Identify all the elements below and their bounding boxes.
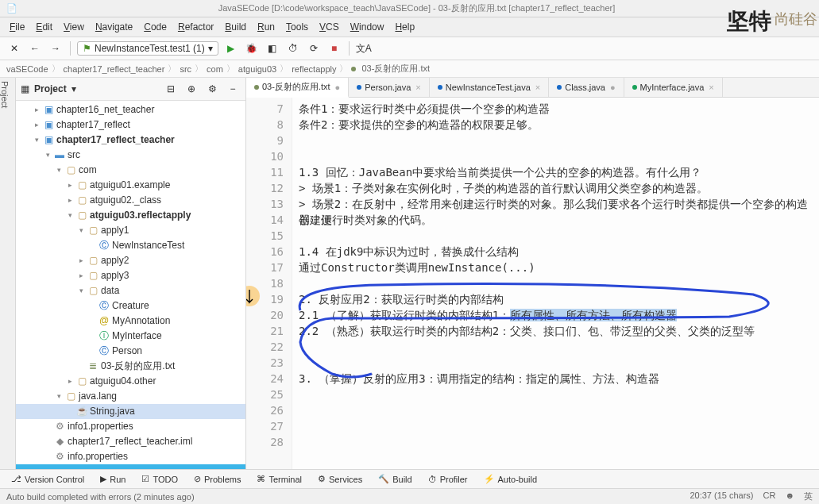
tool-tab-terminal[interactable]: ⌘Terminal — [250, 472, 308, 486]
tree-node[interactable]: @MyAnnotation — [16, 314, 245, 329]
tree-node[interactable]: ▸▢apply2 — [16, 253, 245, 268]
tool-tab-run[interactable]: ▶Run — [94, 472, 132, 486]
forward-icon[interactable]: → — [48, 40, 64, 56]
close-tab-icon[interactable]: × — [709, 83, 713, 92]
code-content[interactable]: 条件1：要求运行时类中必须提供一个空参的构造器条件2：要求提供的空参的构造器的权… — [292, 98, 819, 469]
code-line[interactable]: 条件2：要求提供的空参的构造器的权限要足够。 — [299, 117, 813, 133]
code-line[interactable] — [299, 434, 813, 450]
attach-icon[interactable]: ⟳ — [306, 40, 322, 56]
debug-icon[interactable]: 🐞 — [244, 40, 260, 56]
tree-node[interactable]: ▸▣chapter16_net_teacher — [16, 102, 245, 117]
tree-node[interactable]: ≣03-反射的应用.txt — [16, 359, 245, 374]
tree-node[interactable]: ▾▣chapter17_reflect_teacher — [16, 133, 245, 148]
settings-icon[interactable]: ⚙ — [204, 81, 220, 97]
tool-tab-services[interactable]: ⚙Services — [311, 472, 369, 486]
menu-tools[interactable]: Tools — [281, 20, 313, 34]
translate-icon[interactable]: 文A — [356, 40, 372, 56]
run-config-select[interactable]: ⚑ NewInstanceTest.test1 (1) ▾ — [77, 41, 218, 56]
tree-node[interactable]: ⒸNewInstanceTest — [16, 238, 245, 253]
tree-node[interactable]: ☕String.java — [16, 404, 245, 419]
hide-icon[interactable]: − — [225, 81, 241, 97]
tree-node[interactable]: ▸▢apply3 — [16, 268, 245, 283]
close-tab-icon[interactable]: ● — [335, 83, 341, 92]
back-icon[interactable]: ← — [27, 40, 43, 56]
code-line[interactable] — [299, 418, 813, 434]
code-line[interactable] — [299, 387, 813, 402]
code-line[interactable]: 2. 反射应用2：获取运行时类的内部结构 — [299, 291, 813, 307]
code-line[interactable]: 创建运行时类对象的代码。 — [299, 212, 813, 228]
menu-navigate[interactable]: Navigate — [91, 20, 137, 34]
code-line[interactable]: 通过Constructor类调用newInstance(...) — [299, 260, 813, 275]
tree-node[interactable]: ⚙info1.properties — [16, 419, 245, 434]
code-line[interactable]: 条件1：要求运行时类中必须提供一个空参的构造器 — [299, 101, 813, 117]
tree-node[interactable]: ▸▢atguigu04.other — [16, 374, 245, 389]
menu-file[interactable]: File — [5, 20, 29, 34]
code-line[interactable]: 1.4 在jdk9中标识为过时，替换成什么结构 — [299, 244, 813, 260]
code-line[interactable]: 1.3 回忆：JavaBean中要求给当前类提供一个公共的空参的构造器。有什么用… — [299, 164, 813, 180]
left-toolbar[interactable]: Project — [0, 78, 16, 469]
menu-edit[interactable]: Edit — [31, 20, 57, 34]
close-tab-icon[interactable]: × — [415, 83, 420, 92]
breadcrumb-segment[interactable]: reflectapply — [292, 64, 336, 74]
tree-node[interactable]: ▾▢atguigu03.reflectapply — [16, 208, 245, 223]
text-editor[interactable]: 7891011121314151617181920212223242526272… — [246, 98, 819, 469]
menu-build[interactable]: Build — [220, 20, 251, 34]
tool-tab-problems[interactable]: ⊘Problems — [187, 472, 247, 486]
code-line[interactable] — [299, 148, 813, 164]
tree-node[interactable]: ▸▢atguigu01.example — [16, 178, 245, 193]
editor-tab[interactable]: Class.java● — [549, 78, 624, 97]
tree-node[interactable]: ⒾMyInterface — [16, 329, 245, 344]
breadcrumb-segment[interactable]: src — [180, 64, 191, 74]
stop-icon[interactable]: ■ — [326, 40, 342, 56]
code-line[interactable]: 2.1 （了解）获取运行时类的内部结构1：所有属性、所有方法、所有构造器 — [299, 307, 813, 323]
code-line[interactable] — [299, 402, 813, 418]
editor-tab[interactable]: NewInstanceTest.java× — [430, 78, 549, 97]
breadcrumb-segment[interactable]: chapter17_reflect_teacher — [64, 64, 165, 74]
tree-node[interactable]: ▾▢java.lang — [16, 389, 245, 404]
profiler-icon[interactable]: ⏱ — [285, 40, 301, 56]
editor-tab[interactable]: 03-反射的应用.txt● — [246, 78, 349, 98]
tool-tab-build[interactable]: 🔨Build — [372, 472, 418, 486]
code-line[interactable]: 3. （掌握）反射的应用3：调用指定的结构：指定的属性、方法、构造器 — [299, 371, 813, 387]
code-line[interactable]: > 场景2：在反射中，经常用来创建运行时类的对象。那么我们要求各个运行时类都提供… — [299, 196, 813, 212]
breadcrumb-segment[interactable]: com — [207, 64, 223, 74]
tree-node[interactable]: ▾▢com — [16, 163, 245, 178]
tool-tab-auto-build[interactable]: ⚡Auto-build — [477, 472, 544, 486]
close-tab-icon[interactable]: × — [535, 83, 540, 92]
tree-node[interactable]: ⒸCreature — [16, 298, 245, 314]
tree-node[interactable]: ⒸPerson — [16, 344, 245, 359]
tree-node[interactable]: ▾▢data — [16, 283, 245, 298]
tree-node[interactable]: ▸▣chapter17_reflect — [16, 117, 245, 133]
menu-refactor[interactable]: Refactor — [173, 20, 218, 34]
menu-help[interactable]: Help — [390, 20, 419, 34]
code-line[interactable] — [299, 228, 813, 244]
breadcrumb-segment[interactable]: 03-反射的应用.txt — [361, 63, 430, 75]
project-tree[interactable]: ▸▣chapter16_net_teacher▸▣chapter17_refle… — [16, 101, 245, 469]
code-line[interactable] — [299, 339, 813, 355]
breadcrumb-segment[interactable]: vaSECode — [6, 64, 48, 74]
tool-tab-profiler[interactable]: ⏱Profiler — [422, 473, 474, 486]
breadcrumb-segment[interactable]: atguigu03 — [238, 64, 276, 74]
editor-tab[interactable]: Person.java× — [349, 78, 430, 97]
tool-tab-todo[interactable]: ☑TODO — [135, 472, 184, 486]
tool-tab-version-control[interactable]: ⎇Version Control — [5, 472, 91, 486]
collapse-icon[interactable]: ⊟ — [163, 81, 179, 97]
editor-tab[interactable]: MyInterface.java× — [624, 78, 723, 97]
code-line[interactable]: > 场景1：子类对象在实例化时，子类的构造器的首行默认调用父类空参的构造器。 — [299, 180, 813, 196]
menu-window[interactable]: Window — [346, 20, 389, 34]
tree-node[interactable]: ▸▢atguigu02._class — [16, 193, 245, 208]
close-tab-icon[interactable]: ● — [610, 83, 616, 92]
code-line[interactable]: 2.2 （熟悉）获取运行时类的内部结构2：父类、接口们、包、带泛型的父类、父类的… — [299, 323, 813, 339]
select-open-icon[interactable]: ⊕ — [184, 81, 199, 97]
line-ending[interactable]: CR — [763, 491, 776, 502]
tree-node[interactable]: ▾▢apply1 — [16, 223, 245, 238]
tree-node[interactable]: ◆chapter17_reflect_teacher.iml — [16, 434, 245, 449]
tree-node[interactable]: ⚙info.properties — [16, 449, 245, 464]
menu-vcs[interactable]: VCS — [315, 20, 344, 34]
coverage-icon[interactable]: ◧ — [265, 40, 280, 56]
code-line[interactable] — [299, 133, 813, 148]
menu-run[interactable]: Run — [253, 20, 280, 34]
menu-code[interactable]: Code — [139, 20, 172, 34]
caret-position[interactable]: 20:37 (15 chars) — [690, 491, 753, 502]
run-icon[interactable]: ▶ — [223, 40, 239, 56]
